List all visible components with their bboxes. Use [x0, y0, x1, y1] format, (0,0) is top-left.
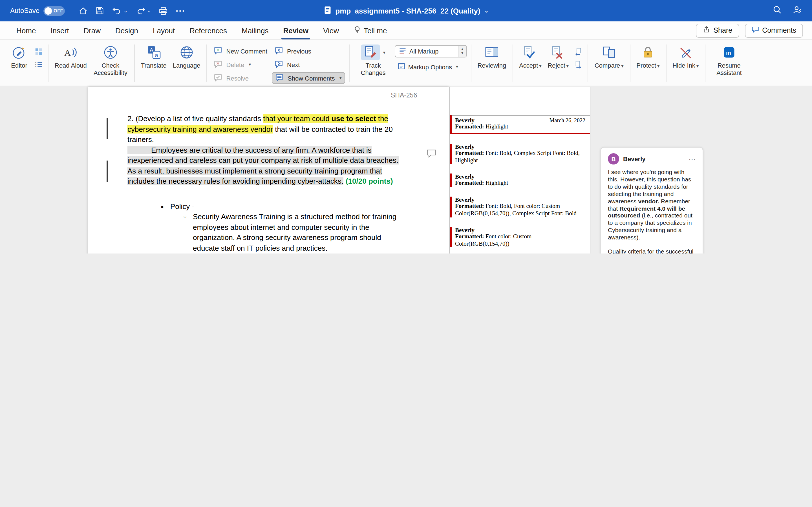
autosave-toggle[interactable]: AutoSave OFF	[10, 6, 65, 15]
tab-view[interactable]: View	[316, 21, 346, 40]
protect-button[interactable]: Protect▾	[634, 43, 662, 71]
reject-icon	[549, 45, 568, 60]
hide-ink-button[interactable]: Hide Ink▾	[670, 43, 701, 71]
tab-layout[interactable]: Layout	[146, 21, 182, 40]
revision-entry[interactable]: Beverly Formatted: Font: Bold, Complex S…	[450, 144, 590, 164]
document-icon	[323, 5, 331, 16]
tab-home[interactable]: Home	[9, 21, 43, 40]
next-change-button[interactable]	[573, 59, 584, 69]
chevron-down-icon: ▾	[621, 64, 623, 69]
svg-text:A: A	[64, 48, 71, 58]
chevron-down-icon: ▾	[383, 50, 386, 55]
list-item[interactable]: ● Policy - ○Security Awareness Training …	[161, 202, 407, 253]
reviewing-pane-button[interactable]: Reviewing	[475, 43, 509, 71]
next-comment-icon	[274, 59, 284, 69]
home-button[interactable]	[79, 6, 88, 15]
read-aloud-button[interactable]: A Read Aloud	[52, 43, 89, 71]
revision-entry[interactable]: Beverly Formatted: Font color: Custom Co…	[450, 227, 590, 247]
revision-pane: Beverly March 26, 2022 Formatted: Highli…	[449, 87, 591, 253]
page-header: SHA-256	[391, 92, 417, 99]
check-accessibility-button[interactable]: Check Accessibility	[91, 43, 130, 78]
revision-entry[interactable]: Beverly Formatted: Highlight	[450, 174, 590, 187]
paragraph-question[interactable]: 2. (Develop a list of five quality stand…	[128, 114, 407, 145]
save-button[interactable]	[95, 6, 104, 15]
tab-draw[interactable]: Draw	[76, 21, 108, 40]
bullet-list: ● Policy - ○Security Awareness Training …	[128, 202, 407, 253]
track-changes-icon	[361, 45, 380, 60]
track-changes-button[interactable]: ▾ Track Changes	[354, 43, 393, 78]
search-icon[interactable]	[772, 5, 782, 17]
globe-icon	[177, 45, 196, 60]
share-button[interactable]: Share	[696, 23, 739, 38]
share-contact-icon[interactable]	[792, 5, 802, 17]
revision-date: March 26, 2022	[550, 117, 585, 123]
document-title[interactable]: pmp_assignment5 - SHA-256_22 (Quality)	[335, 6, 480, 15]
document-page[interactable]: SHA-256 2. (Develop a list of five quali…	[88, 87, 449, 253]
previous-comment-button[interactable]: Previous	[272, 45, 345, 57]
revision-entry[interactable]: Beverly March 26, 2022 Formatted: Highli…	[450, 115, 590, 134]
more-commands-button[interactable]	[175, 9, 185, 13]
delete-comment-button[interactable]: Delete ▾	[211, 59, 270, 70]
tab-mailings[interactable]: Mailings	[234, 21, 276, 40]
numbered-list-icon[interactable]	[33, 59, 44, 69]
tab-review[interactable]: Review	[276, 21, 316, 40]
comment-card[interactable]: B Beverly ⋯ I see where you're going wit…	[601, 147, 703, 253]
comment-body: I see where you're going with this. Howe…	[608, 168, 696, 253]
autosave-state: OFF	[54, 8, 63, 13]
show-comments-button[interactable]: Show Comments ▾	[272, 72, 345, 84]
revision-entry[interactable]: Beverly Formatted: Font: Bold, Font colo…	[450, 196, 590, 217]
reviewing-pane-icon	[482, 45, 501, 60]
comment-anchor-icon[interactable]	[426, 149, 437, 160]
translate-icon: Aa	[144, 45, 163, 60]
language-button[interactable]: Language	[170, 43, 203, 71]
editor-icon	[10, 45, 29, 60]
comments-button[interactable]: Comments	[745, 23, 803, 38]
bullet-icon: ●	[161, 202, 170, 253]
word-window: AutoSave OFF ⌄ ⌄ pmp_assignment5 - SHA-2…	[0, 0, 812, 253]
chevron-down-icon: ▾	[340, 75, 342, 80]
accept-icon	[521, 45, 540, 60]
table-grid-icon[interactable]	[33, 46, 44, 56]
next-comment-button[interactable]: Next	[272, 59, 345, 70]
translate-button[interactable]: Aa Translate	[139, 43, 169, 71]
paragraph-answer[interactable]: Employees are critical to the success of…	[128, 145, 407, 187]
resolve-comment-button[interactable]: Resolve	[211, 72, 270, 84]
undo-button[interactable]: ⌄	[112, 6, 128, 15]
change-bar	[107, 161, 107, 182]
comment-menu-icon[interactable]: ⋯	[689, 155, 696, 163]
toggle-knob	[45, 7, 52, 14]
previous-change-button[interactable]	[573, 46, 584, 56]
display-for-review-select[interactable]: All Markup ▲▼	[395, 45, 467, 57]
resume-assistant-button[interactable]: in Resume Assistant	[709, 43, 749, 78]
stepper-icon[interactable]: ▲▼	[458, 46, 466, 57]
svg-text:in: in	[726, 50, 731, 56]
chevron-down-icon: ▾	[456, 64, 458, 69]
tab-insert[interactable]: Insert	[43, 21, 76, 40]
avatar: B	[608, 153, 619, 165]
new-comment-button[interactable]: New Comment	[211, 45, 270, 57]
chevron-down-icon: ▾	[696, 64, 699, 69]
print-button[interactable]	[158, 6, 168, 15]
lock-icon	[638, 45, 658, 60]
markup-options-button[interactable]: Markup Options ▾	[395, 61, 467, 73]
redo-button[interactable]: ⌄	[135, 6, 151, 15]
titlebar: AutoSave OFF ⌄ ⌄ pmp_assignment5 - SHA-2…	[0, 0, 812, 21]
show-comments-icon	[275, 73, 284, 83]
new-comment-icon	[214, 46, 223, 56]
comment-author: Beverly	[623, 156, 684, 162]
tab-design[interactable]: Design	[108, 21, 146, 40]
chevron-down-icon[interactable]: ⌄	[485, 8, 489, 13]
svg-text:a: a	[155, 52, 158, 58]
chevron-down-icon: ▾	[657, 64, 659, 69]
sub-list-item[interactable]: ○Security Awareness Training is a struct…	[183, 212, 407, 253]
autosave-switch[interactable]: OFF	[43, 6, 65, 15]
circle-bullet-icon: ○	[183, 212, 193, 253]
tab-references[interactable]: References	[182, 21, 234, 40]
document-text: 2. (Develop a list of five quality stand…	[128, 114, 407, 253]
reject-change-button[interactable]: Reject▾	[545, 43, 571, 71]
accept-change-button[interactable]: Accept▾	[517, 43, 544, 71]
tell-me-button[interactable]: Tell me	[346, 25, 394, 36]
editor-button[interactable]: Editor	[7, 43, 31, 71]
previous-comment-icon	[274, 46, 284, 56]
compare-button[interactable]: Compare▾	[592, 43, 626, 71]
